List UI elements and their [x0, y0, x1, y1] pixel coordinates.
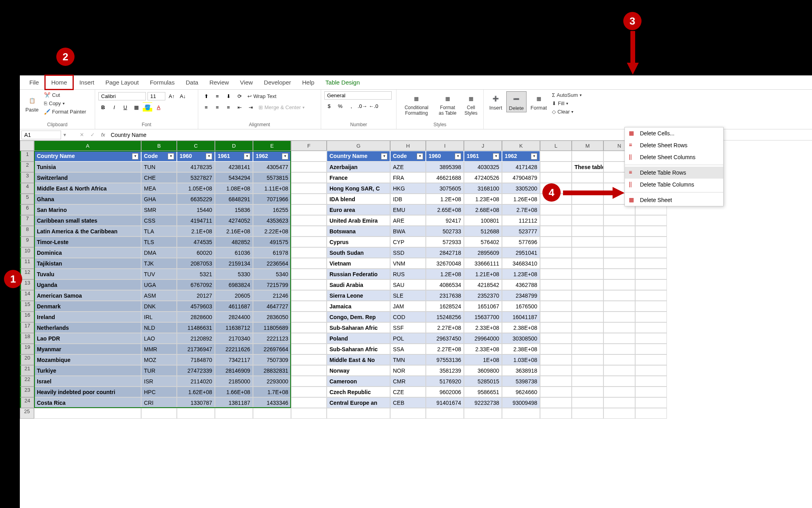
cell[interactable]: CEB	[390, 397, 426, 408]
cell[interactable]	[635, 269, 667, 279]
column-header[interactable]: E	[253, 140, 291, 151]
cell[interactable]	[572, 269, 603, 279]
cell[interactable]: 474535	[177, 237, 215, 247]
cell[interactable]: 32670048	[426, 258, 464, 269]
cell[interactable]	[603, 279, 635, 290]
cell[interactable]: EMU	[390, 204, 426, 215]
cell[interactable]: 491575	[253, 237, 291, 247]
cell[interactable]	[635, 215, 667, 226]
cell[interactable]: DNK	[141, 301, 177, 312]
cell[interactable]	[291, 301, 327, 312]
align-bottom-icon[interactable]: ⬇	[224, 91, 233, 101]
cell[interactable]	[572, 397, 603, 408]
cell[interactable]: VNM	[390, 258, 426, 269]
cell[interactable]: SMR	[141, 204, 177, 215]
cell[interactable]: 6767092	[177, 279, 215, 290]
cell[interactable]	[635, 258, 667, 269]
cell[interactable]: 1.05E+08	[177, 183, 215, 194]
row-header[interactable]: 20	[20, 354, 34, 365]
cell[interactable]: SSA	[390, 344, 426, 354]
cell[interactable]: HPC	[141, 387, 177, 397]
cell[interactable]	[291, 258, 327, 269]
cell[interactable]	[635, 408, 667, 419]
cell[interactable]	[540, 408, 572, 419]
cell[interactable]: 6983824	[215, 279, 253, 290]
cell[interactable]: Heavily indebted poor countri	[34, 387, 141, 397]
cell[interactable]: 5573815	[253, 172, 291, 183]
cell[interactable]: LAO	[141, 333, 177, 344]
cell[interactable]: 60020	[177, 247, 215, 258]
row-header[interactable]: 24	[20, 397, 34, 408]
border-button[interactable]: ▦	[132, 102, 141, 112]
cut-button[interactable]: ✂️Cut	[42, 91, 88, 99]
cell[interactable]: TUV	[141, 269, 177, 279]
cell[interactable]: Saudi Arabia	[327, 279, 390, 290]
cell[interactable]: Tunisia	[34, 162, 141, 172]
cell[interactable]	[540, 397, 572, 408]
cell[interactable]: 1961▾	[215, 151, 253, 162]
cell[interactable]: 1962▾	[253, 151, 291, 162]
row-header[interactable]: 8	[20, 226, 34, 237]
cell[interactable]: ASM	[141, 290, 177, 301]
cell[interactable]: TLA	[141, 226, 177, 237]
cell[interactable]	[635, 312, 667, 322]
cell[interactable]: 2236564	[253, 258, 291, 269]
cell[interactable]: 15440	[177, 204, 215, 215]
column-header[interactable]: M	[572, 140, 603, 151]
autosum-button[interactable]: ΣAutoSum▾	[550, 91, 596, 99]
cell[interactable]	[291, 312, 327, 322]
cell[interactable]: 5434294	[215, 172, 253, 183]
cell[interactable]: IDB	[390, 194, 426, 204]
row-header[interactable]: 23	[20, 387, 34, 397]
cell[interactable]: Norway	[327, 365, 390, 376]
cell[interactable]	[572, 226, 603, 237]
cell[interactable]: 4579603	[177, 301, 215, 312]
cell[interactable]: AZE	[390, 162, 426, 172]
cell[interactable]	[253, 408, 291, 419]
cell[interactable]: 4611687	[215, 301, 253, 312]
delete-menu-delete-table-rows[interactable]: ≡Delete Table Rows	[625, 167, 723, 179]
cell[interactable]: 11805689	[253, 322, 291, 333]
cell[interactable]: FRA	[390, 172, 426, 183]
cell[interactable]: 29964000	[464, 333, 502, 344]
cell[interactable]: South Sudan	[327, 247, 390, 258]
cell[interactable]	[572, 312, 603, 322]
cell[interactable]: Sierra Leone	[327, 290, 390, 301]
cell[interactable]: RUS	[390, 269, 426, 279]
cell[interactable]: 577696	[502, 237, 540, 247]
cell[interactable]	[291, 322, 327, 333]
cell[interactable]	[572, 215, 603, 226]
cell[interactable]: TJK	[141, 258, 177, 269]
delete-menu-delete-sheet-rows[interactable]: ≡Delete Sheet Rows	[625, 139, 723, 151]
cell[interactable]: NOR	[390, 365, 426, 376]
cell[interactable]	[603, 408, 635, 419]
chevron-down-icon[interactable]: ▾	[61, 132, 69, 138]
cell[interactable]: 2.33E+08	[464, 322, 502, 333]
cell[interactable]: Code▾	[141, 151, 177, 162]
italic-button[interactable]: I	[109, 102, 119, 112]
cell[interactable]: 2348799	[502, 290, 540, 301]
cell[interactable]	[291, 172, 327, 183]
row-header[interactable]: 2	[20, 162, 34, 172]
cell[interactable]: MOZ	[141, 354, 177, 365]
cell[interactable]: 5340	[253, 269, 291, 279]
cell[interactable]	[603, 290, 635, 301]
cell[interactable]: Vietnam	[327, 258, 390, 269]
cell[interactable]: Caribbean small states	[34, 215, 141, 226]
cell[interactable]	[540, 354, 572, 365]
bold-button[interactable]: B	[98, 102, 108, 112]
tab-review[interactable]: Review	[204, 76, 234, 89]
cell[interactable]: TUN	[141, 162, 177, 172]
row-header[interactable]: 21	[20, 365, 34, 376]
cell[interactable]: 512688	[464, 226, 502, 237]
cell[interactable]: 1962▾	[502, 151, 540, 162]
increase-font-icon[interactable]: A↑	[167, 91, 176, 101]
row-header[interactable]: 9	[20, 237, 34, 247]
cell[interactable]: 16041187	[502, 312, 540, 322]
cell[interactable]: 2.68E+08	[464, 204, 502, 215]
format-button[interactable]: ▦Format	[528, 91, 549, 112]
column-header[interactable]: A	[34, 140, 141, 151]
cell[interactable]	[291, 279, 327, 290]
column-header[interactable]: I	[426, 140, 464, 151]
tab-page-layout[interactable]: Page Layout	[100, 76, 144, 89]
